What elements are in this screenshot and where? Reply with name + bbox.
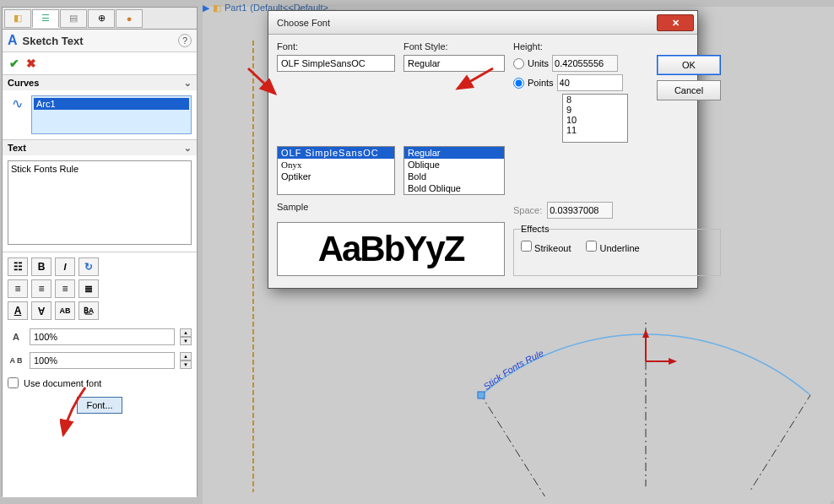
use-document-font-checkbox[interactable] bbox=[8, 377, 19, 388]
config-icon: ▤ bbox=[69, 13, 78, 24]
ok-button[interactable]: OK bbox=[657, 55, 721, 75]
sample-preview: AaBbYyZ bbox=[277, 222, 505, 276]
font-style-label: Font Style: bbox=[403, 41, 505, 51]
height-points-value[interactable] bbox=[557, 74, 623, 91]
tab-appearance[interactable]: ● bbox=[116, 9, 143, 28]
list-item[interactable]: Onyx bbox=[278, 159, 394, 171]
strikeout-label: Strikeout bbox=[534, 243, 571, 253]
list-item[interactable]: 9 bbox=[563, 105, 627, 115]
height-points-label: Points bbox=[528, 78, 554, 88]
spacing-ba-button[interactable]: B͟A bbox=[79, 301, 99, 320]
list-item[interactable]: Regular bbox=[404, 147, 504, 159]
dialog-title: Choose Font bbox=[277, 18, 657, 28]
underline-row: Underline bbox=[586, 241, 639, 253]
effects-label: Effects bbox=[521, 224, 549, 234]
space-label: Space: bbox=[513, 205, 542, 215]
width-ab-button[interactable]: AB bbox=[55, 301, 75, 320]
spacing-scale-spinner[interactable]: ▲▼ bbox=[180, 352, 192, 369]
align-justify-button[interactable]: ≣ bbox=[79, 279, 99, 298]
list-item[interactable]: Optiker bbox=[278, 171, 394, 182]
choose-font-dialog: Choose Font ✕ Font: Font Style: Height: … bbox=[268, 10, 698, 289]
sketch-text-icon: A bbox=[8, 33, 18, 48]
curve-item[interactable]: Arc1 bbox=[34, 98, 189, 110]
accept-button[interactable]: ✔ bbox=[9, 57, 19, 70]
cancel-dialog-button[interactable]: Cancel bbox=[657, 80, 721, 100]
sketch-text-input[interactable]: Stick Fonts Rule bbox=[8, 160, 192, 245]
space-input bbox=[547, 202, 613, 219]
chevron-right-icon: ▶ bbox=[203, 3, 209, 14]
accept-cancel-row: ✔ ✖ bbox=[3, 52, 197, 75]
list-icon: ☰ bbox=[41, 13, 50, 24]
spacing-scale-icon: A B bbox=[8, 356, 24, 365]
property-manager-panel: ◧ ☰ ▤ ⊕ ● A Sketch Text ? ✔ ✖ Curves ∿ A… bbox=[2, 7, 198, 496]
svg-line-1 bbox=[481, 395, 646, 496]
torn-edge-decoration bbox=[3, 480, 197, 497]
underline-checkbox[interactable] bbox=[586, 241, 597, 252]
use-document-font-label: Use document font bbox=[24, 378, 101, 388]
font-button[interactable]: Font... bbox=[77, 397, 122, 414]
tab-configuration[interactable]: ▤ bbox=[60, 9, 87, 28]
list-item[interactable]: Oblique bbox=[404, 159, 504, 171]
sketch-text-on-curve: Stick Fonts Rule bbox=[481, 348, 544, 392]
align-right-button[interactable]: ≡ bbox=[55, 279, 75, 298]
cancel-button[interactable]: ✖ bbox=[26, 57, 36, 70]
curves-selection-list[interactable]: Arc1 bbox=[31, 95, 192, 134]
spacing-scale-input[interactable] bbox=[30, 352, 175, 369]
text-section-head[interactable]: Text bbox=[3, 140, 197, 155]
close-button[interactable]: ✕ bbox=[657, 14, 694, 31]
list-item[interactable]: Bold Oblique bbox=[404, 182, 504, 194]
font-size-list[interactable]: 8 9 10 11 bbox=[562, 94, 628, 143]
height-points-radio[interactable] bbox=[513, 78, 524, 89]
font-style-list[interactable]: Regular Oblique Bold Bold Oblique bbox=[403, 146, 505, 195]
panel-header: A Sketch Text ? bbox=[3, 30, 197, 52]
list-item[interactable]: 10 bbox=[563, 115, 627, 125]
tab-dimxpert[interactable]: ⊕ bbox=[88, 9, 115, 28]
breadcrumb-part[interactable]: Part1 bbox=[225, 3, 246, 13]
curve-icon: ∿ bbox=[8, 95, 26, 114]
svg-line-2 bbox=[646, 395, 810, 496]
strikeout-checkbox[interactable] bbox=[521, 241, 532, 252]
height-scale-input[interactable] bbox=[30, 328, 175, 345]
use-document-font-row: Use document font bbox=[3, 372, 197, 393]
tab-feature-manager[interactable]: ◧ bbox=[4, 9, 31, 28]
flip-horizontal-button[interactable]: A bbox=[31, 301, 51, 320]
list-item[interactable]: Bold bbox=[404, 171, 504, 182]
height-units-radio[interactable] bbox=[513, 58, 524, 69]
bold-button[interactable]: B bbox=[31, 257, 51, 276]
help-icon[interactable]: ? bbox=[178, 34, 192, 47]
height-scale-spinner[interactable]: ▲▼ bbox=[180, 328, 192, 345]
list-item[interactable]: OLF SimpleSansOC bbox=[278, 147, 394, 159]
scale-spacing-row: A B ▲▼ bbox=[3, 349, 197, 372]
text-section: Text Stick Fonts Rule bbox=[3, 140, 197, 252]
scale-height-row: A ▲▼ bbox=[3, 325, 197, 349]
height-units-value[interactable] bbox=[552, 55, 618, 72]
link-to-property-button[interactable]: ☷ bbox=[8, 257, 28, 276]
list-item[interactable]: 11 bbox=[563, 125, 627, 135]
font-label: Font: bbox=[277, 41, 395, 51]
text-format-toolbar: ☷ B I ↻ ≡ ≡ ≡ ≣ A A AB B͟A bbox=[3, 252, 197, 325]
height-units-label: Units bbox=[528, 58, 549, 68]
target-icon: ⊕ bbox=[98, 13, 106, 24]
strikeout-row: Strikeout bbox=[521, 241, 571, 253]
align-center-button[interactable]: ≡ bbox=[31, 279, 51, 298]
dialog-titlebar[interactable]: Choose Font ✕ bbox=[268, 11, 697, 35]
effects-group: Effects Strikeout Underline bbox=[513, 224, 721, 276]
italic-button[interactable]: I bbox=[55, 257, 75, 276]
tab-property-manager[interactable]: ☰ bbox=[32, 9, 59, 28]
list-item[interactable]: 8 bbox=[563, 95, 627, 105]
cube-icon: ◧ bbox=[14, 13, 22, 24]
rotate-button[interactable]: ↻ bbox=[79, 257, 99, 276]
align-left-button[interactable]: ≡ bbox=[8, 279, 28, 298]
sphere-icon: ● bbox=[127, 14, 133, 24]
panel-tab-strip: ◧ ☰ ▤ ⊕ ● bbox=[3, 8, 197, 30]
font-list[interactable]: OLF SimpleSansOC Onyx Optiker bbox=[277, 146, 395, 195]
height-scale-icon: A bbox=[8, 332, 24, 342]
font-name-input[interactable] bbox=[277, 55, 395, 72]
height-label: Height: bbox=[513, 41, 648, 51]
font-style-input[interactable] bbox=[403, 55, 505, 72]
flip-vertical-button[interactable]: A bbox=[8, 301, 28, 320]
panel-title: Sketch Text bbox=[23, 35, 178, 47]
curves-section-head[interactable]: Curves bbox=[3, 75, 197, 90]
part-cube-icon: ◧ bbox=[213, 3, 221, 14]
underline-label: Underline bbox=[600, 243, 640, 253]
